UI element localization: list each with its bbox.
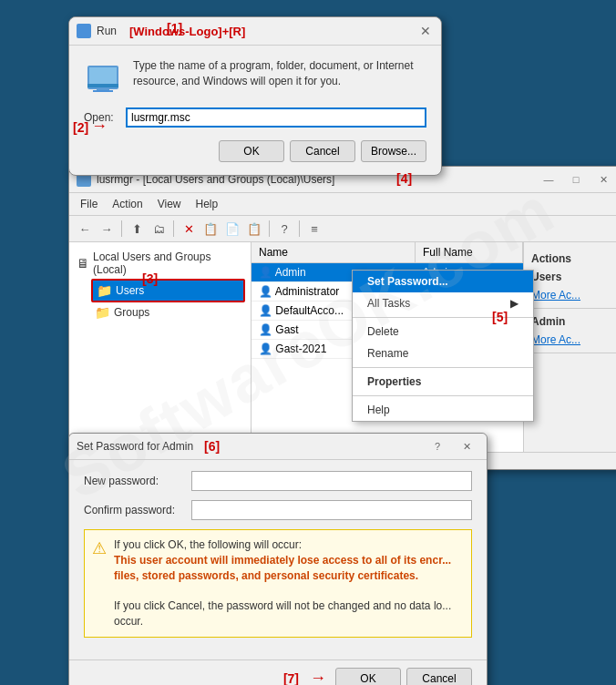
ctx-set-password[interactable]: Set Password...	[353, 271, 533, 292]
folder-users-icon: 📁	[97, 283, 112, 298]
tree-users-label: Users	[116, 284, 144, 297]
annotation-5: [5]	[492, 310, 508, 324]
main-panel: Name Full Name 👤 Admin Admin 👤	[252, 242, 523, 452]
user-icon: 👤	[259, 285, 272, 298]
actions-more-link-2[interactable]: More Ac...	[524, 331, 616, 349]
toolbar-forward[interactable]: →	[97, 219, 117, 239]
new-password-row: New password:	[84, 471, 472, 491]
setpwd-title-text: Set Password for Admin	[77, 440, 193, 453]
warning-icon: ⚠	[92, 537, 107, 560]
toolbar-view[interactable]: ≡	[304, 219, 324, 239]
run-description: Type the name of a program, folder, docu…	[133, 58, 426, 89]
tree-root-item[interactable]: 🖥 Local Users and Groups (Local)	[75, 248, 245, 279]
menu-view[interactable]: View	[150, 195, 189, 213]
ctx-all-tasks-label: All Tasks	[367, 297, 410, 310]
titlebar-left: Run [Windows-Logo]+[R]	[77, 24, 245, 38]
run-dialog-body: Type the name of a program, folder, docu…	[69, 46, 441, 175]
lusrmgr-toolbar: ← → ⬆ 🗂 ✕ 📋 📄 📋 ? ≡	[69, 216, 616, 242]
annotation-1: [1]	[167, 21, 182, 36]
minimize-button[interactable]: —	[536, 171, 561, 188]
setpwd-ok-button[interactable]: OK	[335, 668, 401, 685]
user-icon: 👤	[259, 323, 272, 336]
annotation-3: [3]	[142, 271, 158, 286]
toolbar-copy[interactable]: 📄	[222, 219, 242, 239]
run-close-button[interactable]: ✕	[417, 23, 434, 39]
ctx-properties[interactable]: Properties	[353, 371, 533, 393]
setpwd-title-left: Set Password for Admin [6]	[77, 439, 220, 454]
actions-title: Actions	[524, 250, 616, 268]
warning-detail-2: If you click Cancel, the password will n…	[114, 598, 464, 629]
toolbar-back[interactable]: ←	[75, 219, 95, 239]
setpwd-help-button[interactable]: ?	[425, 438, 450, 455]
toolbar-properties[interactable]: 📋	[200, 219, 221, 239]
run-browse-button[interactable]: Browse...	[361, 140, 426, 162]
toolbar-help[interactable]: ?	[274, 219, 294, 239]
menu-help[interactable]: Help	[189, 195, 226, 213]
new-password-input[interactable]	[191, 471, 472, 491]
annotation-4: [4]	[396, 171, 412, 186]
run-ok-button[interactable]: OK	[219, 140, 284, 162]
folder-groups-icon: 📁	[95, 305, 110, 320]
col-fullname[interactable]: Full Name	[415, 242, 522, 263]
svg-rect-2	[87, 84, 118, 87]
annotation-2: [2]	[73, 120, 88, 135]
svg-rect-1	[89, 67, 117, 84]
setpwd-titlebar: Set Password for Admin [6] ? ✕	[69, 434, 487, 460]
lusrmgr-menubar: File Action View Help	[69, 193, 616, 216]
actions-section-users: Actions Users More Ac...	[524, 246, 616, 309]
maximize-button[interactable]: □	[563, 171, 589, 188]
tree-root-icon: 🖥	[77, 256, 89, 271]
toolbar-paste[interactable]: 📋	[244, 219, 264, 239]
toolbar-sep-1	[121, 220, 122, 237]
toolbar-delete[interactable]: ✕	[179, 219, 199, 239]
svg-rect-3	[97, 87, 109, 90]
close-button[interactable]: ✕	[590, 171, 616, 188]
confirm-password-input[interactable]	[191, 500, 472, 520]
warning-text: If you click OK, the following will occu…	[114, 537, 464, 553]
menu-action[interactable]: Action	[105, 195, 149, 213]
warning-detail-1: This user account will immediately lose …	[114, 553, 464, 584]
setpwd-cancel-button[interactable]: Cancel	[406, 668, 472, 685]
run-content-row: Type the name of a program, folder, docu…	[84, 58, 426, 97]
confirm-password-row: Confirm password:	[84, 500, 472, 520]
ctx-separator-3	[353, 395, 533, 396]
toolbar-show-hide[interactable]: 🗂	[149, 219, 169, 239]
tree-users-item[interactable]: 📁 Users	[91, 279, 245, 302]
user-icon: 👤	[259, 304, 272, 317]
menu-file[interactable]: File	[73, 195, 105, 213]
svg-rect-4	[93, 90, 113, 92]
left-tree-panel: 🖥 Local Users and Groups (Local) 📁 Users…	[69, 242, 252, 452]
run-title: Run	[97, 25, 117, 37]
run-dialog-titlebar: Run [Windows-Logo]+[R] ✕	[69, 17, 441, 46]
toolbar-sep-4	[299, 220, 300, 237]
user-icon: 👤	[259, 266, 272, 279]
run-dialog: Run [Windows-Logo]+[R] ✕ Type the name o…	[68, 16, 442, 176]
actions-panel: Actions Users More Ac... Admin More Ac..…	[523, 242, 616, 452]
context-menu: Set Password... All Tasks ▶ Delete Renam…	[352, 270, 534, 422]
ctx-separator-2	[353, 367, 533, 368]
toolbar-up[interactable]: ⬆	[127, 219, 147, 239]
col-name[interactable]: Name	[252, 242, 415, 263]
open-input[interactable]	[126, 107, 426, 128]
tree-groups-item[interactable]: 📁 Groups	[91, 302, 245, 322]
warning-content: If you click OK, the following will occu…	[114, 537, 464, 629]
lusrmgr-window: lusrmgr - [Local Users and Groups (Local…	[68, 166, 616, 470]
window-controls: — □ ✕	[536, 171, 616, 188]
run-icon	[77, 24, 91, 38]
setpwd-close-button[interactable]: ✕	[454, 438, 479, 455]
run-cancel-button[interactable]: Cancel	[290, 140, 355, 162]
set-password-dialog: Set Password for Admin [6] ? ✕ New passw…	[68, 433, 488, 685]
toolbar-sep-2	[173, 220, 174, 237]
run-shortcut-label: [Windows-Logo]+[R]	[129, 25, 245, 38]
ctx-help[interactable]: Help	[353, 399, 533, 421]
ctx-rename[interactable]: Rename	[353, 342, 533, 364]
toolbar-sep-3	[269, 220, 270, 237]
tree-groups-label: Groups	[114, 306, 149, 319]
ctx-arrow-icon: ▶	[510, 297, 518, 310]
annotation-7: [7]	[283, 671, 299, 685]
arrow-2: →	[91, 117, 108, 136]
actions-more-link[interactable]: More Ac...	[524, 286, 616, 304]
confirm-password-label: Confirm password:	[84, 504, 184, 516]
actions-section-admin: Admin More Ac...	[524, 309, 616, 353]
run-app-icon	[84, 58, 122, 97]
